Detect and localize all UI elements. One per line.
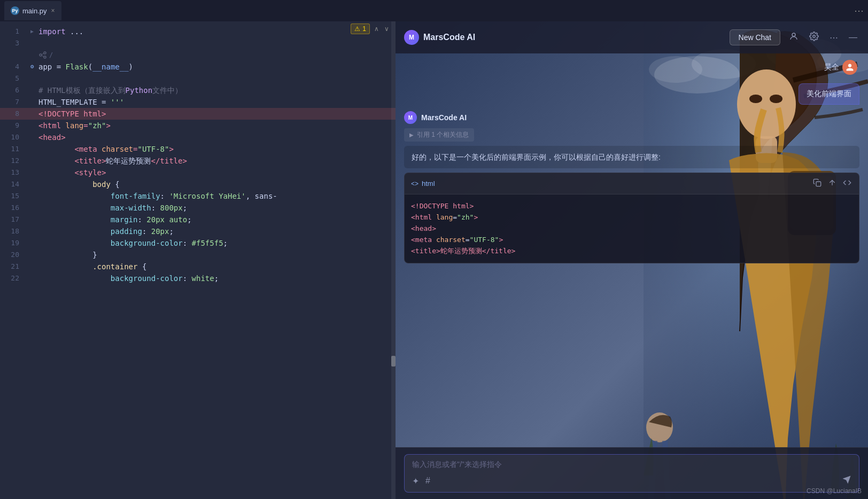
code-block-line-3: <head> — [411, 223, 852, 235]
new-chat-button[interactable]: New Chat — [730, 29, 780, 45]
tab-more-icon[interactable]: ⋯ — [854, 5, 864, 17]
line-content-10: <head> — [38, 131, 396, 143]
code-block-line-2: <html lang="zh"> — [411, 212, 852, 223]
nav-up-arrow[interactable]: ∧ — [372, 24, 381, 34]
line-num-19: 19 — [0, 237, 26, 249]
editor-scrollbar[interactable] — [391, 21, 396, 499]
sparkle-tool-icon[interactable]: ✦ — [412, 476, 419, 486]
marscode-logo-icon: M — [404, 30, 419, 45]
send-button[interactable] — [842, 475, 851, 487]
line-content-6: # HTML模板（直接嵌入到Python文件中） — [38, 84, 396, 96]
tab-close-icon[interactable]: × — [51, 7, 55, 14]
watermark: CSDN @LucianaIB — [807, 487, 862, 495]
line-content-1: import ... — [38, 26, 396, 37]
editor-warning-bar: ⚠ 1 ∧ ∨ — [346, 21, 396, 36]
user-info-row: 昊全 — [404, 60, 859, 75]
code-lang-text: html — [422, 180, 435, 188]
line-num-13: 13 — [0, 167, 26, 178]
main-content: ⚠ 1 ∧ ∨ 1 ▶ import ... 3 — [0, 21, 868, 499]
line-content-13: <style> — [38, 167, 396, 178]
code-line-13: 13 <style> — [0, 167, 396, 178]
panel-more-icon[interactable]: ⋯ — [827, 30, 840, 45]
line-num-15: 15 — [0, 190, 26, 202]
code-line-12: 12 <title>蛇年运势预测</title> — [0, 155, 396, 167]
warning-badge[interactable]: ⚠ 1 — [351, 24, 370, 34]
ai-message-header: M MarsCode AI — [404, 111, 859, 124]
svg-line-4 — [42, 56, 44, 57]
user-message-text: 美化前端界面 — [807, 89, 851, 98]
gear-icon-line4: ⚙ — [30, 61, 34, 73]
user-message-row: 美化前端界面 — [404, 83, 859, 105]
hash-tool-icon[interactable]: # — [425, 476, 430, 486]
code-line-18: 18 padding: 20px; — [0, 225, 396, 237]
line-num-20: 20 — [0, 249, 26, 261]
code-lang-icon: <> — [411, 180, 418, 188]
line-num-21: 21 — [0, 261, 26, 272]
line-num-22: 22 — [0, 272, 26, 284]
python-icon: Py — [11, 6, 19, 15]
svg-point-18 — [792, 33, 795, 36]
settings-icon[interactable] — [807, 29, 821, 45]
code-line-3: 3 — [0, 37, 396, 49]
code-action-3-icon[interactable] — [842, 177, 852, 190]
code-block-actions — [812, 177, 852, 190]
warning-icon: ⚠ — [354, 25, 360, 33]
reference-bar[interactable]: ▶ 引用 1 个相关信息 — [404, 128, 474, 142]
code-line-8: 8 <!DOCTYPE html> — [0, 108, 396, 120]
code-line-7: 7 HTML_TEMPLATE = ''' — [0, 96, 396, 108]
svg-point-19 — [813, 35, 816, 38]
line-content-14: body { — [38, 178, 396, 190]
line-content-16: max-width: 800px; — [38, 202, 396, 214]
code-line-6: 6 # HTML模板（直接嵌入到Python文件中） — [0, 84, 396, 96]
code-block-line-4: <meta charset="UTF-8"> — [411, 235, 852, 246]
panel-minimize-icon[interactable]: — — [847, 30, 859, 44]
code-line-17: 17 margin: 20px auto; — [0, 214, 396, 225]
ai-title-text: MarsCode AI — [423, 33, 475, 42]
ai-input-area: 输入消息或者"/"来选择指令 ✦ # — [396, 447, 868, 499]
copy-icon[interactable] — [812, 177, 823, 190]
line-content-7: HTML_TEMPLATE = ''' — [38, 96, 396, 108]
line-num-16: 16 — [0, 202, 26, 214]
code-line-9: 9 <html lang="zh"> — [0, 120, 396, 131]
svg-rect-20 — [816, 182, 821, 186]
code-line-11: 11 <meta charset="UTF-8"> — [0, 143, 396, 155]
line-content-8: <!DOCTYPE html> — [38, 108, 396, 120]
line-content-15: font-family: 'Microsoft YaHei', sans- — [38, 190, 396, 202]
code-action-2-icon[interactable] — [827, 177, 838, 190]
line-content-12: <title>蛇年运势预测</title> — [38, 155, 396, 167]
ai-panel: M MarsCode AI New Chat — [396, 21, 868, 499]
nav-arrows: ∧ ∨ — [372, 24, 391, 34]
ai-msg-name: MarsCode AI — [421, 113, 467, 122]
ai-msg-logo: M — [404, 111, 417, 124]
ai-input-box[interactable]: 输入消息或者"/"来选择指令 ✦ # — [404, 454, 859, 493]
ai-input-placeholder: 输入消息或者"/"来选择指令 — [412, 460, 851, 471]
line-content-19: background-color: #f5f5f5; — [38, 237, 396, 249]
line-num-5: 5 — [0, 73, 26, 84]
tab-main-py[interactable]: Py main.py × — [4, 1, 61, 20]
line-num-4: 4 — [0, 61, 26, 73]
ai-response-content: 好的，以下是一个美化后的前端界面示例，你可以根据自己的喜好进行调整: — [412, 153, 661, 161]
line-gutter-1: ▶ — [26, 26, 38, 37]
reference-arrow-icon: ▶ — [409, 132, 414, 138]
user-name-text: 昊全 — [824, 63, 839, 72]
ai-message: M MarsCode AI ▶ 引用 1 个相关信息 好的，以下是一个美化后的前… — [404, 111, 859, 263]
code-area[interactable]: 1 ▶ import ... 3 — [0, 21, 396, 499]
line-content-9: <html lang="zh"> — [38, 120, 396, 131]
line-num-6: 6 — [0, 84, 26, 96]
line-num-18: 18 — [0, 225, 26, 237]
ai-messages[interactable]: 昊全 美化前端界面 — [396, 53, 868, 447]
user-profile-icon[interactable] — [787, 29, 801, 45]
editor-panel: ⚠ 1 ∧ ∨ 1 ▶ import ... 3 — [0, 21, 396, 499]
nav-down-arrow[interactable]: ∨ — [382, 24, 391, 34]
ai-title: M MarsCode AI — [404, 30, 475, 45]
code-line-21: 21 .container { — [0, 261, 396, 272]
line-gutter-4: ⚙ — [26, 61, 38, 73]
user-avatar — [842, 60, 857, 75]
line-content-11: <meta charset="UTF-8"> — [38, 143, 396, 155]
code-line-20: 20 } — [0, 249, 396, 261]
ai-input-toolbar: ✦ # — [412, 475, 851, 487]
line-num-17: 17 — [0, 214, 26, 225]
code-line-4: 4 ⚙ app = Flask(__name__) — [0, 61, 396, 73]
code-line-16: 16 max-width: 800px; — [0, 202, 396, 214]
fold-icon-1[interactable]: ▶ — [30, 26, 34, 37]
